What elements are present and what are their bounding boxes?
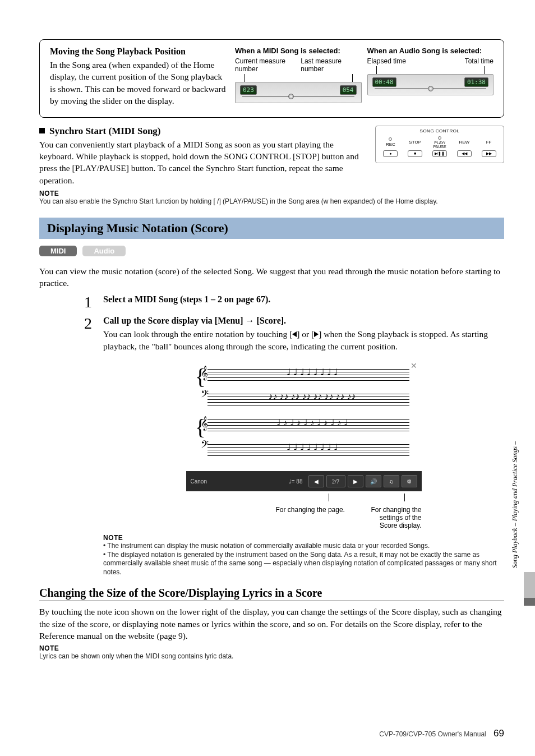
- play-pause-button[interactable]: ▶/❚❚: [432, 150, 447, 157]
- synchro-body: You can conveniently start playback of a…: [39, 139, 364, 187]
- play-led-icon: [438, 136, 441, 140]
- score-display: ✕ { 𝄞♩ ♩ ♩ ♩ ♩ ♩ ♩ ♩ 𝄢♪♪ ♪♪ ♪♪ ♪♪ ♪♪ ♪♪ …: [186, 359, 422, 491]
- divider: [39, 601, 504, 601]
- score-intro: You can view the music notation (score) …: [39, 265, 504, 289]
- score-note-button[interactable]: ♫: [384, 475, 399, 487]
- step2-title-a: Call up the Score display via [Menu]: [103, 316, 246, 325]
- ff-button[interactable]: ▶▶: [482, 150, 496, 157]
- panel-rec-label: REC: [382, 142, 398, 147]
- step-1-title: Select a MIDI Song (steps 1 – 2 on page …: [103, 294, 504, 305]
- rew-button[interactable]: ◀◀: [457, 150, 472, 157]
- panel-title: SONG CONTROL: [379, 128, 500, 133]
- audio-badge: Audio: [82, 246, 126, 256]
- midi-diag-head: When a MIDI Song is selected:: [235, 47, 362, 55]
- panel-rew-label: REW: [456, 140, 472, 145]
- notes2-b2: • The displayed notation is generated by…: [103, 551, 504, 577]
- audio-label-left: Elapsed time: [367, 57, 406, 65]
- audio-slider[interactable]: 00:48 01:38: [367, 74, 494, 95]
- midi-current-val: 023: [240, 85, 257, 95]
- synchro-note-hd: NOTE: [39, 190, 504, 197]
- caption-page: For changing the page.: [276, 506, 366, 529]
- box1-body: In the Song area (when expanded) of the …: [50, 59, 229, 107]
- synchro-heading: Synchro Start (MIDI Song): [39, 126, 364, 137]
- section-heading-score: Displaying Music Notation (Score): [39, 218, 504, 239]
- midi-slider[interactable]: 023 054: [235, 82, 362, 103]
- midi-diagram: When a MIDI Song is selected: Current me…: [235, 47, 362, 107]
- vertical-chapter-label: Song Playback – Playing and Practice Son…: [511, 415, 519, 594]
- stop-button[interactable]: ■: [408, 150, 422, 157]
- audio-total-val: 01:38: [464, 77, 488, 87]
- notes2-hd: NOTE: [103, 534, 504, 542]
- panel-play-label: PLAY/ PAUSE: [432, 141, 448, 149]
- manual-title: CVP-709/CVP-705 Owner's Manual: [379, 730, 486, 738]
- step2-title-b: [Score].: [255, 316, 287, 325]
- playback-position-box: Moving the Song Playback Position In the…: [39, 39, 504, 118]
- changing-size-body: By touching the note icon shown on the l…: [39, 606, 504, 642]
- square-bullet-icon: [39, 128, 45, 133]
- notes3-hd: NOTE: [39, 644, 504, 652]
- score-page-indicator: 2/7: [326, 475, 345, 487]
- panel-ff-label: FF: [481, 140, 497, 145]
- panel-stop-label: STOP: [407, 140, 423, 145]
- song-control-panel: SONG CONTROL REC STOP PLAY/ PAUSE REW FF…: [375, 126, 504, 187]
- rec-button[interactable]: ●: [383, 150, 398, 157]
- step-2-number: 2: [84, 316, 95, 577]
- score-volume-button[interactable]: 🔊: [366, 475, 381, 487]
- side-tab: [524, 404, 535, 606]
- notes2-b2-text: The displayed notation is generated by t…: [103, 551, 497, 576]
- score-next-button[interactable]: ▶: [348, 475, 363, 487]
- midi-badge: MIDI: [39, 246, 77, 256]
- midi-label-right: Last measure number: [301, 57, 361, 73]
- synchro-title: Synchro Start (MIDI Song): [49, 126, 161, 136]
- audio-label-right: Total time: [465, 57, 494, 65]
- synchro-note-body: You can also enable the Synchro Start fu…: [39, 197, 504, 206]
- score-settings-button[interactable]: ⚙: [402, 475, 417, 487]
- audio-elapsed-val: 00:48: [372, 77, 396, 87]
- step2-body-b: ] or [: [297, 329, 314, 339]
- audio-diagram: When an Audio Song is selected: Elapsed …: [367, 47, 494, 107]
- step2-body-a: You can look through the entire notation…: [103, 329, 292, 339]
- step-1-number: 1: [84, 294, 95, 310]
- rec-led-icon: [389, 137, 392, 141]
- notes2-b1: • The instrument can display the music n…: [103, 542, 504, 551]
- midi-label-left: Current measure number: [235, 57, 296, 73]
- score-prev-button[interactable]: ◀: [308, 475, 324, 487]
- step-2-body: You can look through the entire notation…: [103, 328, 504, 352]
- midi-last-val: 054: [340, 85, 357, 95]
- page-number: 69: [494, 728, 504, 739]
- score-song-name: Canon: [191, 478, 283, 485]
- notes2-b1-text: The instrument can display the music not…: [107, 542, 430, 550]
- notes3-body: Lyrics can be shown only when the MIDI s…: [39, 652, 504, 661]
- audio-diag-head: When an Audio Song is selected:: [367, 47, 494, 55]
- subsection-heading: Changing the Size of the Score/Displayin…: [39, 587, 504, 600]
- caption-settings: For changing the settings of the Score d…: [366, 506, 422, 529]
- box1-title: Moving the Song Playback Position: [50, 47, 229, 57]
- score-tempo: ♩= 88: [285, 478, 306, 485]
- page-footer: CVP-709/CVP-705 Owner's Manual 69: [379, 728, 504, 739]
- step-2-title: Call up the Score display via [Menu] → […: [103, 316, 504, 326]
